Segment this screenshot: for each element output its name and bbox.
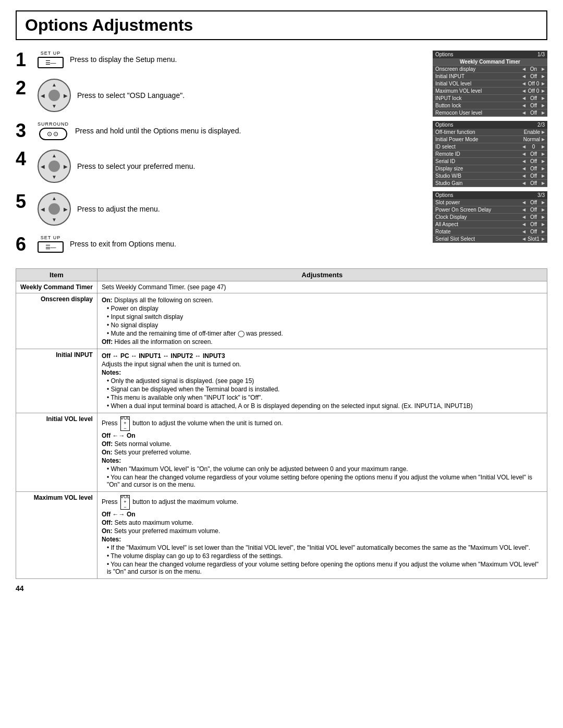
osd-panel-2: Options 2/3 Off-timer function Enable ▶ …: [433, 121, 547, 187]
step-5-text: Press to adjust the menu.: [77, 205, 160, 213]
dpad-right-2: ▶: [64, 93, 68, 98]
step-6-content: SET UP ☰― Press to exit from Options men…: [38, 235, 422, 253]
table-row-initial-vol: Initial VOL level Press VOL+− button to …: [16, 413, 547, 492]
initial-vol-item: Initial VOL level: [16, 413, 97, 492]
vol-notes-label: Notes:: [102, 457, 121, 464]
on-text: Displays all the following on screen.: [114, 297, 213, 304]
table-col-adjustments: Adjustments: [97, 269, 547, 281]
osd-header-3: Options 3/3: [433, 191, 547, 199]
osd-row-remote-id: Remote ID ◀ Off ▶: [433, 151, 547, 158]
on-label: On:: [102, 297, 113, 304]
vol-icon: VOL+−: [120, 416, 130, 431]
page-title: Options Adjustments: [16, 10, 547, 40]
bullet-power: • Power on display: [102, 305, 543, 312]
step-number-4: 4: [16, 150, 31, 168]
dpad-up-2: ▲: [52, 82, 57, 88]
osd-row-power-mode: Initial Power Mode Normal ▶: [433, 136, 547, 143]
osd-row-initial-vol: Initial VOL level ◀ Off 0 ▶: [433, 80, 547, 88]
dpad-center-4: [48, 161, 60, 172]
osd-panels-column: Options 1/3 Weekly Command Timer Onscree…: [433, 51, 547, 263]
osd-row-onscreen: Onscreen display ◀ On ▶: [433, 66, 547, 73]
dpad-up-5: ▲: [52, 195, 57, 201]
dpad-down-4: ▼: [52, 174, 57, 180]
osd-row-power-delay: Power On Screen Delay ◀ Off ▶: [433, 206, 547, 214]
step-5: 5 ▲ ▼ ◀ ▶ Press to adjust the menu.: [16, 192, 422, 226]
bullet-input-switch: • Input signal switch display: [102, 313, 543, 320]
step-6: 6 SET UP ☰― Press to exit from Options m…: [16, 235, 422, 254]
osd-row-serial-slot: Serial Slot Select ◀ Slot1 ▶: [433, 236, 547, 243]
osd-title-3: Options: [435, 192, 453, 198]
max-vol-item: Maximum VOL level: [16, 492, 97, 579]
table-row-max-vol: Maximum VOL level Press VOL+− button to …: [16, 492, 547, 579]
osd-row-id-select: ID select ◀ 0 ▶: [433, 143, 547, 151]
osd-row-max-vol: Maximum VOL level ◀ Off 0 ▶: [433, 88, 547, 95]
off-text: Hides all the information on screen.: [115, 338, 213, 346]
setup-btn-6: ☰―: [38, 241, 64, 253]
vol-off-on-label: Off ←→ On: [102, 432, 136, 439]
input-note-4: • When a dual input terminal board is at…: [102, 402, 543, 410]
osd-page-3: 3/3: [537, 192, 545, 198]
input-notes-label: Notes:: [102, 369, 121, 376]
vol-press-line: Press VOL+− button to adjust the volume …: [102, 416, 543, 431]
step-4: 4 ▲ ▼ ◀ ▶ Press to select your preferred…: [16, 150, 422, 183]
dpad-left-4: ◀: [41, 164, 45, 169]
max-vol-note-1: • If the "Maximum VOL level" is set lowe…: [102, 544, 543, 551]
surround-btn: ⊙⊙: [39, 128, 67, 140]
onscreen-item: Onscreen display: [16, 293, 97, 349]
setup-icon-1: SET UP ☰―: [38, 51, 64, 68]
osd-row-rotate: Rotate ◀ Off ▶: [433, 228, 547, 236]
step-3: 3 SURROUND ⊙⊙ Press and hold until the O…: [16, 121, 422, 140]
osd-panel-3: Options 3/3 Slot power ◀ Off ▶ Power On …: [433, 191, 547, 243]
vol-off-text: Sets normal volume.: [115, 440, 172, 448]
osd-row-all-aspect: All Aspect ◀ Off ▶: [433, 221, 547, 228]
onscreen-content: On: Displays all the following on screen…: [97, 293, 547, 349]
surround-icon: SURROUND ⊙⊙: [38, 121, 69, 140]
bullet-mute: • Mute and the remaining time of off-tim…: [102, 330, 543, 337]
table-row-weekly: Weekly Command Timer Sets Weekly Command…: [16, 281, 547, 293]
step-4-content: ▲ ▼ ◀ ▶ Press to select your preferred m…: [38, 150, 422, 183]
osd-title-1: Options: [435, 52, 453, 57]
osd-row-clock-display: Clock Display ◀ Off ▶: [433, 214, 547, 221]
step-1-content: SET UP ☰― Press to display the Setup men…: [38, 51, 422, 68]
max-vol-on-text: Sets your preferred maximum volume.: [114, 527, 220, 535]
osd-arrow-left: ◀: [522, 67, 525, 71]
input-note-1: • Only the adjusted signal is displayed.…: [102, 377, 543, 385]
step-number-1: 1: [16, 51, 31, 69]
weekly-item: Weekly Command Timer: [16, 281, 97, 293]
table-row-onscreen: Onscreen display On: Displays all the fo…: [16, 293, 547, 349]
bullet-no-signal: • No signal display: [102, 322, 543, 329]
dpad-center-2: [48, 90, 60, 101]
step-2: 2 ▲ ▼ ◀ ▶ Press to select "OSD Language"…: [16, 79, 422, 112]
max-vol-off-text: Sets auto maximum volume.: [115, 519, 193, 526]
input-note-3: • This menu is available only when "INPU…: [102, 394, 543, 401]
max-vol-press-line: Press VOL+− button to adjust the maximum…: [102, 495, 543, 510]
dpad-left-5: ◀: [41, 206, 45, 212]
table-row-initial-input: Initial INPUT Off ↔ PC ↔ INPUT1 ↔ INPUT2…: [16, 349, 547, 413]
step-number-6: 6: [16, 235, 31, 254]
dpad-icon-4: ▲ ▼ ◀ ▶: [38, 150, 71, 183]
dpad-down-5: ▼: [52, 217, 57, 223]
vol-on-text: Sets your preferred volume.: [114, 449, 191, 456]
off-label: Off:: [102, 338, 113, 346]
osd-header-1: Options 1/3: [433, 51, 547, 58]
step-4-text: Press to select your preferred menu.: [77, 162, 195, 170]
initial-vol-content: Press VOL+− button to adjust the volume …: [97, 413, 547, 492]
step-2-content: ▲ ▼ ◀ ▶ Press to select "OSD Language".: [38, 79, 422, 112]
vol-off-label: Off:: [102, 440, 113, 448]
max-vol-notes-label: Notes:: [102, 536, 121, 543]
setup-icon-6: SET UP ☰―: [38, 235, 64, 253]
max-vol-note-3: • You can hear the changed volume regard…: [102, 561, 543, 575]
vol-note-1: • When "Maximum VOL level" is "On", the …: [102, 465, 543, 473]
step-number-3: 3: [16, 121, 31, 140]
osd-weekly-header: Weekly Command Timer: [433, 58, 547, 66]
max-vol-icon: VOL+−: [120, 495, 130, 510]
vol-note-2: • You can hear the changed volume regard…: [102, 474, 543, 488]
step-3-text: Press and hold until the Options menu is…: [75, 127, 241, 135]
step-number-5: 5: [16, 192, 31, 211]
max-vol-off-on-label: Off ←→ On: [102, 511, 136, 518]
input-sequence: Off ↔ PC ↔ INPUT1 ↔ INPUT2 ↔ INPUT3: [102, 352, 225, 360]
max-vol-content: Press VOL+− button to adjust the maximum…: [97, 492, 547, 579]
initial-input-content: Off ↔ PC ↔ INPUT1 ↔ INPUT2 ↔ INPUT3 Adju…: [97, 349, 547, 413]
step-3-content: SURROUND ⊙⊙ Press and hold until the Opt…: [38, 121, 422, 140]
osd-row-remocon: Remocon User level ◀ Off ▶: [433, 109, 547, 117]
